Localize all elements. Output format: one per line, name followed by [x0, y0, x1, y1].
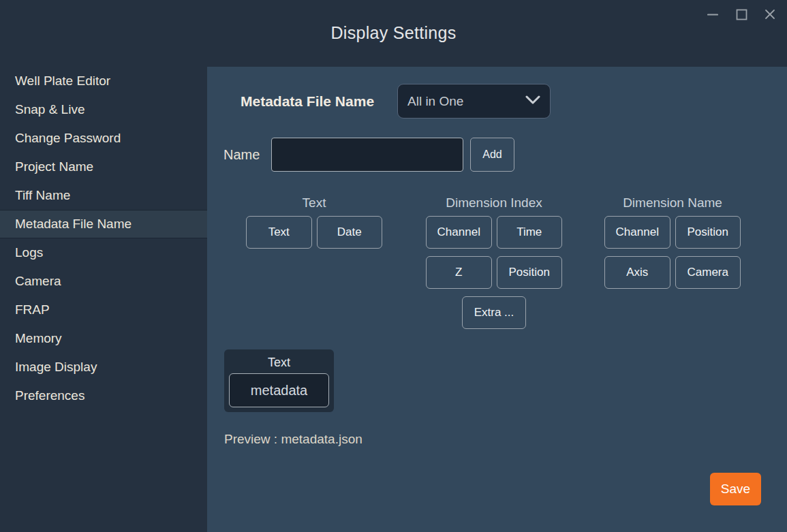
token-chip-value[interactable]: metadata	[229, 373, 329, 407]
preview-text: Preview : metadata.json	[224, 432, 362, 447]
sidebar-item-memory[interactable]: Memory	[0, 324, 207, 353]
token-button-dimindex-position[interactable]: Position	[497, 256, 563, 289]
token-button-dimname-position[interactable]: Position	[675, 216, 741, 249]
sidebar-item-tiff-name[interactable]: Tiff Name	[0, 181, 207, 210]
token-button-dimname-camera[interactable]: Camera	[675, 256, 741, 289]
minimize-icon	[707, 9, 718, 20]
name-input[interactable]	[271, 138, 463, 172]
token-button-dimname-channel[interactable]: Channel	[604, 216, 670, 249]
display-settings-window: Display Settings Well Plate Editor Snap …	[0, 0, 787, 532]
metadata-file-name-label: Metadata File Name	[241, 84, 374, 119]
token-chip-type-label: Text	[229, 354, 329, 373]
page-title: Display Settings	[0, 23, 787, 43]
metadata-file-name-panel: Metadata File Name All in One Name Add T…	[207, 67, 787, 532]
group-dimension-name-title: Dimension Name	[604, 195, 741, 216]
token-button-dimname-axis[interactable]: Axis	[604, 256, 670, 289]
format-dropdown[interactable]: All in One	[397, 84, 551, 119]
format-dropdown-value: All in One	[407, 94, 525, 109]
sidebar-item-image-display[interactable]: Image Display	[0, 353, 207, 381]
token-button-date[interactable]: Date	[317, 216, 383, 249]
close-icon	[765, 9, 775, 20]
settings-sidebar: Well Plate Editor Snap & Live Change Pas…	[0, 67, 207, 532]
sidebar-item-logs[interactable]: Logs	[0, 238, 207, 267]
token-button-text[interactable]: Text	[246, 216, 312, 249]
sidebar-item-camera[interactable]: Camera	[0, 267, 207, 296]
minimize-button[interactable]	[705, 7, 720, 22]
token-button-dimindex-z[interactable]: Z	[426, 256, 492, 289]
group-dimension-index: Dimension Index Channel Time Z Position …	[426, 195, 562, 337]
sidebar-item-metadata-file-name[interactable]: Metadata File Name	[0, 210, 207, 238]
token-button-dimindex-time[interactable]: Time	[497, 216, 563, 249]
sidebar-item-snap-live[interactable]: Snap & Live	[0, 95, 207, 124]
sidebar-item-change-password[interactable]: Change Password	[0, 124, 207, 153]
name-label: Name	[223, 138, 260, 172]
titlebar-controls	[705, 7, 777, 22]
sidebar-item-project-name[interactable]: Project Name	[0, 153, 207, 181]
maximize-button[interactable]	[734, 7, 749, 22]
sidebar-item-preferences[interactable]: Preferences	[0, 381, 207, 410]
close-button[interactable]	[762, 7, 777, 22]
group-text: Text Text Date	[246, 195, 382, 256]
group-dimension-name: Dimension Name Channel Position Axis Cam…	[604, 195, 741, 296]
sidebar-item-well-plate-editor[interactable]: Well Plate Editor	[0, 67, 207, 95]
chevron-down-icon	[525, 95, 540, 108]
group-dimension-index-title: Dimension Index	[426, 195, 562, 216]
maximize-icon	[736, 9, 747, 20]
add-button[interactable]: Add	[470, 138, 514, 172]
save-button[interactable]: Save	[710, 473, 761, 505]
token-button-dimindex-channel[interactable]: Channel	[426, 216, 492, 249]
group-text-title: Text	[246, 195, 382, 216]
token-chip[interactable]: Text metadata	[224, 349, 334, 412]
token-button-dimindex-extra[interactable]: Extra ...	[462, 296, 526, 329]
sidebar-item-frap[interactable]: FRAP	[0, 296, 207, 324]
